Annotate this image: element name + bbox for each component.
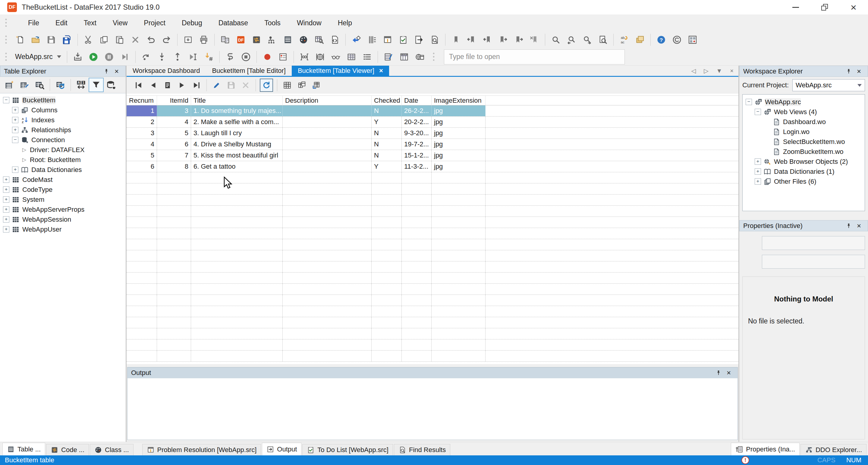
table-explorer-node[interactable]: +System	[0, 195, 126, 204]
grid-empty-row[interactable]	[127, 284, 738, 295]
continue-step-button[interactable]	[117, 50, 133, 64]
grid-cell[interactable]	[402, 272, 432, 284]
grid-cell[interactable]: 26-2-2...	[402, 105, 432, 116]
grid-cell[interactable]: 5	[127, 150, 157, 161]
column-header-title[interactable]: Title	[191, 96, 283, 105]
grid-cell[interactable]	[127, 195, 157, 205]
collapse-icon[interactable]: −	[3, 97, 9, 103]
column-header-recnum[interactable]: Recnum	[127, 96, 157, 105]
breakpoint-list-button[interactable]	[275, 50, 291, 64]
grid-cell[interactable]	[402, 306, 432, 317]
print-button[interactable]	[196, 33, 212, 47]
workspace-explorer-node[interactable]: Dashboard.wo	[743, 117, 865, 127]
grid-cell[interactable]	[372, 295, 402, 306]
table-explorer-node[interactable]: +WebAppUser	[0, 224, 126, 234]
grid-empty-row[interactable]	[127, 272, 738, 284]
expand-icon[interactable]: +	[755, 158, 761, 165]
toolbar-grip[interactable]	[432, 52, 435, 62]
about-button[interactable]	[669, 33, 685, 47]
grid-cell[interactable]	[432, 206, 486, 217]
table-explorer-node[interactable]: +Data Dictionaries	[0, 165, 126, 175]
grid-cell[interactable]	[191, 306, 283, 317]
table-explorer-node[interactable]: +CodeType	[0, 185, 126, 195]
table-search-button[interactable]	[311, 33, 327, 47]
grid-cell[interactable]	[432, 228, 486, 239]
chevron-right-icon[interactable]: ▷	[21, 157, 27, 163]
workspace-explorer-node[interactable]: −Web Views (4)	[743, 107, 865, 117]
scroll-tabs-left-button[interactable]: ◁	[691, 67, 696, 74]
close-document-button[interactable]: ×	[730, 67, 734, 74]
grid-cell[interactable]: jpg	[432, 105, 486, 116]
close-button[interactable]: ×	[839, 0, 868, 14]
table-explorer-node[interactable]: +Columns	[0, 105, 126, 115]
toolbar-grip[interactable]	[4, 35, 8, 45]
grid-cell[interactable]	[432, 261, 486, 272]
grid-cell[interactable]: 5	[157, 128, 191, 138]
editor-tab[interactable]: BucketItem [Table Editor]	[206, 66, 292, 76]
column-header-imageextension[interactable]: ImageExtension	[432, 96, 486, 105]
grid-cell[interactable]	[157, 272, 191, 284]
bookmark-next-button[interactable]	[495, 33, 511, 47]
locals-button[interactable]	[328, 50, 344, 64]
grid-cell[interactable]	[157, 328, 191, 339]
grid-cell[interactable]	[283, 206, 372, 217]
stop-debugging-button[interactable]	[238, 50, 254, 64]
grid-cell[interactable]: 3	[127, 128, 157, 138]
grid-cell[interactable]: 2. Make a selfie with a com...	[191, 117, 283, 127]
watch-button[interactable]	[297, 50, 312, 64]
edit-table-button[interactable]	[17, 78, 32, 92]
grid-cell[interactable]: 2	[127, 117, 157, 127]
grid-cell[interactable]	[372, 339, 402, 350]
step-sequence-button[interactable]	[364, 33, 380, 47]
grid-cell[interactable]	[157, 217, 191, 228]
expand-icon[interactable]: +	[3, 196, 9, 203]
step-out-button[interactable]	[170, 50, 185, 64]
open-file-button[interactable]	[28, 33, 43, 47]
bookmark-last-button[interactable]	[511, 33, 527, 47]
grid-data-row[interactable]: 464. Drive a Shelby MustangN19-7-2...jpg	[127, 139, 738, 150]
grid-cell[interactable]: N	[372, 105, 402, 116]
grid-cell[interactable]	[432, 295, 486, 306]
grid-cell[interactable]	[127, 284, 157, 295]
grid-cell[interactable]	[432, 184, 486, 194]
minimize-button[interactable]	[781, 0, 810, 14]
grid-cell[interactable]	[283, 328, 372, 339]
pin-panel-button[interactable]	[844, 67, 854, 76]
dock-tab[interactable]: Code ...	[46, 444, 89, 455]
column-header-date[interactable]: Date	[402, 96, 432, 105]
compare-panels-button[interactable]	[217, 33, 233, 47]
save-row-button[interactable]	[224, 78, 239, 93]
grid-cell[interactable]	[402, 184, 432, 194]
grid-cell[interactable]	[432, 239, 486, 250]
workspace-explorer-node[interactable]: −WebApp.src	[743, 97, 865, 107]
grid-cell[interactable]: jpg	[432, 161, 486, 172]
step-into-button[interactable]	[154, 50, 170, 64]
grid-cell[interactable]	[191, 339, 283, 350]
editor-tab[interactable]: Workspace Dashboard	[127, 66, 206, 76]
delete-button[interactable]	[127, 33, 143, 47]
grid-empty-row[interactable]	[127, 351, 738, 362]
pin-panel-button[interactable]	[101, 67, 112, 76]
quick-watch-button[interactable]	[312, 50, 328, 64]
table-explorer-node[interactable]: −Connection	[0, 135, 126, 145]
grid-cell[interactable]	[157, 195, 191, 205]
grid-cell[interactable]	[191, 261, 283, 272]
grid-empty-row[interactable]	[127, 217, 738, 228]
replace-button[interactable]: abac	[616, 33, 632, 47]
grid-cell[interactable]	[157, 206, 191, 217]
todo-list-button[interactable]	[396, 33, 411, 47]
workspace-explorer-node[interactable]: +Web Browser Objects (2)	[743, 157, 865, 167]
table-explorer-node[interactable]: +Relationships	[0, 125, 126, 135]
grid-cell[interactable]: 3	[157, 105, 191, 116]
class-palette-button[interactable]	[296, 33, 311, 47]
grid-cell[interactable]	[191, 239, 283, 250]
grid-cell[interactable]	[283, 184, 372, 194]
grid-cell[interactable]: jpg	[432, 117, 486, 127]
grid-cell[interactable]	[191, 206, 283, 217]
last-record-button[interactable]	[189, 78, 204, 93]
grid-cell[interactable]: N	[372, 128, 402, 138]
grid-cell[interactable]	[283, 228, 372, 239]
grid-cell[interactable]: 6	[127, 161, 157, 172]
bookmark-prev-button[interactable]	[479, 33, 495, 47]
grid-data-row[interactable]: 686. Get a tattooY11-3-2...jpg	[127, 161, 738, 172]
